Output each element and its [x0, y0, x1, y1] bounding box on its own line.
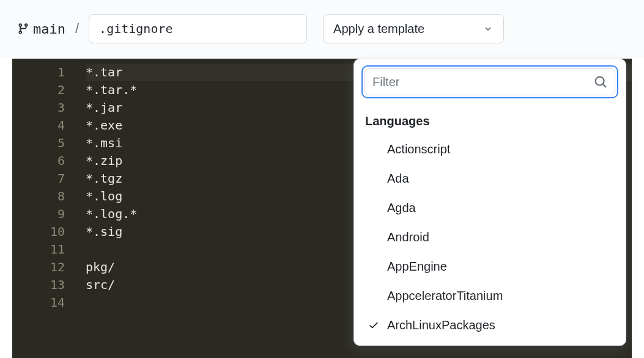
template-item-label: AppceleratorTitanium — [387, 289, 503, 303]
apply-template-label: Apply a template — [333, 22, 424, 36]
git-branch-icon — [17, 23, 29, 35]
line-number: 12 — [12, 258, 65, 276]
template-item[interactable]: ArchLinuxPackages — [360, 310, 622, 340]
apply-template-button[interactable]: Apply a template — [323, 14, 504, 43]
path-separator: / — [75, 21, 79, 37]
svg-line-1 — [603, 84, 606, 87]
line-number: 3 — [12, 99, 65, 117]
branch-name: main — [33, 21, 65, 37]
template-list[interactable]: Languages ActionscriptAdaAgdaAndroidAppE… — [354, 104, 626, 345]
template-item[interactable]: AppEngine — [360, 252, 622, 281]
template-item-label: Android — [387, 230, 429, 244]
search-icon — [594, 75, 607, 89]
topbar: main / Apply a template — [0, 0, 644, 58]
line-number: 2 — [12, 81, 65, 99]
line-number: 6 — [12, 152, 65, 170]
template-item-label: Ada — [387, 172, 409, 186]
line-number: 11 — [12, 241, 65, 258]
template-group-heading: Languages — [360, 107, 622, 134]
line-number: 10 — [12, 223, 65, 241]
template-dropdown: Languages ActionscriptAdaAgdaAndroidAppE… — [353, 59, 626, 346]
branch-selector[interactable]: main — [17, 21, 65, 37]
line-number: 1 — [12, 64, 65, 81]
line-number: 13 — [12, 276, 65, 294]
template-item[interactable]: Android — [360, 222, 622, 252]
filter-focus-ring — [361, 65, 618, 98]
template-item[interactable]: Actionscript — [360, 134, 622, 164]
template-item-label: Actionscript — [387, 142, 450, 156]
template-item-label: AppEngine — [387, 260, 447, 274]
filename-input[interactable] — [89, 14, 307, 43]
template-item[interactable]: AppceleratorTitanium — [360, 281, 622, 310]
template-item-label: ArchLinuxPackages — [387, 318, 495, 332]
svg-point-0 — [596, 77, 604, 86]
line-number-gutter: 1234567891011121314 — [12, 59, 73, 358]
line-number: 4 — [12, 117, 65, 134]
line-number: 5 — [12, 134, 65, 152]
line-number: 9 — [12, 205, 65, 223]
template-item-label: Agda — [387, 201, 416, 215]
check-icon — [365, 320, 382, 331]
line-number: 8 — [12, 188, 65, 205]
line-number: 7 — [12, 170, 65, 188]
template-filter-input[interactable] — [372, 75, 589, 89]
template-item[interactable]: Agda — [360, 193, 622, 222]
line-number: 14 — [12, 294, 65, 312]
chevron-down-icon — [483, 23, 494, 34]
template-item[interactable]: Ada — [360, 164, 622, 193]
